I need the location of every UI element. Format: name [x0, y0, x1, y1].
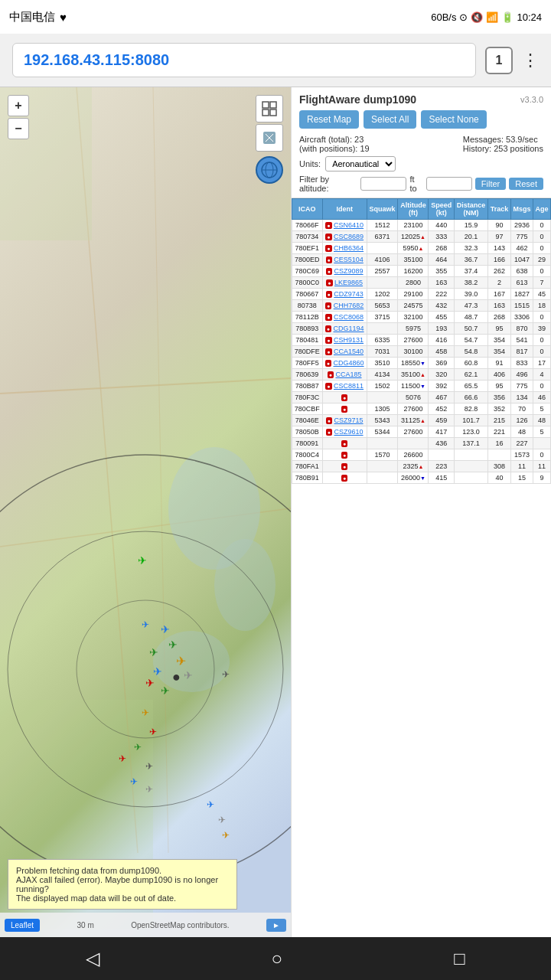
table-row[interactable]: 780F3C ● 5076 467 66.6 356 134 46: [292, 392, 551, 403]
leaflet-button[interactable]: Leaflet: [5, 919, 40, 932]
table-row[interactable]: 780734 ● CSC8689 6371 12025▲ 333 20.1 97…: [292, 231, 551, 243]
table-row[interactable]: 78046E ● CSZ9715 5343 31125▲ 459 101.7 2…: [292, 415, 551, 426]
reset-map-button[interactable]: Reset Map: [299, 110, 359, 129]
cell-track: 167: [488, 289, 511, 300]
cell-age: [533, 438, 551, 449]
zoom-in-button[interactable]: +: [8, 95, 29, 116]
aircraft-icon: ✈: [149, 727, 157, 737]
browser-menu-button[interactable]: ⋮: [522, 51, 539, 70]
cell-callsign[interactable]: ● CCA185: [322, 369, 367, 381]
aircraft-table-container[interactable]: ICAO Ident Squawk Altitude(ft) Speed(kt)…: [292, 198, 551, 937]
table-row[interactable]: 7800ED ● CES5104 4106 35100 464 36.7 166…: [292, 254, 551, 266]
cell-callsign[interactable]: ●: [322, 449, 367, 461]
cell-altitude: [398, 438, 429, 449]
table-row[interactable]: 780639 ● CCA185 4134 35100▲ 320 62.1 406…: [292, 369, 551, 381]
cell-callsign[interactable]: ● CSZ9610: [322, 426, 367, 438]
th-squawk[interactable]: Squawk: [367, 199, 398, 220]
cell-callsign[interactable]: ●: [322, 472, 367, 484]
table-row[interactable]: 780B91 ● 26000▼ 415 40 15 9: [292, 472, 551, 484]
cell-distance: 54.7: [454, 335, 487, 346]
cell-callsign[interactable]: ●: [322, 403, 367, 415]
cell-callsign[interactable]: ● CSZ9089: [322, 266, 367, 277]
table-row[interactable]: 80738 ● CHH7682 5653 24575 432 47.3 163 …: [292, 300, 551, 312]
table-row[interactable]: 780EF1 ● CHB6364 5950▲ 268 32.3 143 462 …: [292, 243, 551, 254]
table-row[interactable]: 780FA1 ● 2325▲ 223 308 11 11: [292, 461, 551, 472]
select-all-button[interactable]: Select All: [364, 110, 416, 129]
wifi-icon: ⊙: [459, 11, 468, 23]
cell-msgs: 775: [510, 231, 533, 243]
table-row[interactable]: 7800C4 ● 1570 26600 1573 0: [292, 449, 551, 461]
filter-reset-button[interactable]: Reset: [509, 178, 543, 190]
cell-callsign[interactable]: ● CSC8689: [322, 231, 367, 243]
cell-callsign[interactable]: ● CSZ9715: [322, 415, 367, 426]
cell-callsign[interactable]: ●: [322, 438, 367, 449]
globe-button[interactable]: [256, 156, 283, 184]
select-none-button[interactable]: Select None: [421, 110, 486, 129]
mute-icon: 🔇: [471, 11, 483, 23]
cell-callsign[interactable]: ● CDG1194: [322, 323, 367, 335]
cell-callsign[interactable]: ● CSC8811: [322, 381, 367, 392]
th-track[interactable]: Track: [488, 199, 511, 220]
cell-callsign[interactable]: ● CES5104: [322, 254, 367, 266]
map-grid-button[interactable]: [256, 95, 283, 122]
home-button[interactable]: ○: [271, 948, 282, 969]
cell-callsign[interactable]: ● CHB6364: [322, 243, 367, 254]
recent-apps-button[interactable]: □: [454, 948, 465, 969]
cell-age: 7: [533, 277, 551, 289]
cell-speed: 416: [429, 335, 454, 346]
units-select[interactable]: Aeronautical: [325, 156, 396, 172]
cell-altitude: 32100: [398, 312, 429, 323]
cell-callsign[interactable]: ● CSH9131: [322, 335, 367, 346]
zoom-out-button[interactable]: −: [8, 118, 29, 139]
table-row[interactable]: 780B87 ● CSC8811 1502 11500▼ 392 65.5 95…: [292, 381, 551, 392]
ip-text: 192.168.43.115: [24, 51, 130, 68]
th-icao[interactable]: ICAO: [292, 199, 323, 220]
back-button[interactable]: ◁: [86, 948, 99, 969]
cell-msgs: 462: [510, 243, 533, 254]
table-row[interactable]: 78066F ● CSN6410 1512 23100 440 15.9 90 …: [292, 220, 551, 231]
table-row[interactable]: 7800C0 ● LKE9865 2800 163 38.2 2 613 7: [292, 277, 551, 289]
heart-icon: ♥: [60, 11, 67, 24]
cell-squawk: 2557: [367, 266, 398, 277]
cell-callsign[interactable]: ● CSN6410: [322, 220, 367, 231]
cell-callsign[interactable]: ● CHH7682: [322, 300, 367, 312]
table-row[interactable]: 780481 ● CSH9131 6335 27600 416 54.7 354…: [292, 335, 551, 346]
cell-altitude: 30100: [398, 346, 429, 358]
cell-icao: 7800C4: [292, 449, 323, 461]
cell-callsign[interactable]: ●: [322, 392, 367, 403]
cell-track: 354: [488, 335, 511, 346]
table-row[interactable]: 780C69 ● CSZ9089 2557 16200 355 37.4 262…: [292, 266, 551, 277]
th-distance[interactable]: Distance(NM): [454, 199, 487, 220]
table-row[interactable]: 78050B ● CSZ9610 5344 27600 417 123.0 22…: [292, 426, 551, 438]
cell-callsign[interactable]: ●: [322, 461, 367, 472]
th-msgs[interactable]: Msgs: [510, 199, 533, 220]
th-speed[interactable]: Speed(kt): [429, 199, 454, 220]
cell-track: 354: [488, 346, 511, 358]
tab-count-button[interactable]: 1: [485, 47, 513, 74]
cell-speed: 464: [429, 254, 454, 266]
table-row[interactable]: 780DFE ● CCA1540 7031 30100 458 54.8 354…: [292, 346, 551, 358]
map-satellite-button[interactable]: [256, 124, 283, 152]
cell-callsign[interactable]: ● CSC8068: [322, 312, 367, 323]
cell-callsign[interactable]: ● LKE9865: [322, 277, 367, 289]
table-row[interactable]: 780667 ● CDZ9743 1202 29100 222 39.0 167…: [292, 289, 551, 300]
filter-max-input[interactable]: [426, 177, 472, 191]
table-row[interactable]: 780CBF ● 1305 27600 452 82.8 352 70 5: [292, 403, 551, 415]
cell-callsign[interactable]: ● CCA1540: [322, 346, 367, 358]
cell-callsign[interactable]: ● CDG4860: [322, 358, 367, 369]
filter-min-input[interactable]: [360, 177, 406, 191]
cell-track: 268: [488, 312, 511, 323]
filter-button[interactable]: Filter: [475, 178, 506, 190]
table-row[interactable]: 780893 ● CDG1194 5975 193 50.7 95 870 39: [292, 323, 551, 335]
table-row[interactable]: 780091 ● 436 137.1 16 227: [292, 438, 551, 449]
attribution-button[interactable]: ►: [266, 919, 286, 932]
table-row[interactable]: 780FF5 ● CDG4860 3510 18550▼ 369 60.8 91…: [292, 358, 551, 369]
svg-rect-14: [262, 109, 269, 116]
th-ident[interactable]: Ident: [322, 199, 367, 220]
table-row[interactable]: 78112B ● CSC8068 3715 32100 455 48.7 268…: [292, 312, 551, 323]
th-age[interactable]: Age: [533, 199, 551, 220]
url-input[interactable]: 192.168.43.115:8080: [12, 43, 476, 77]
th-altitude[interactable]: Altitude(ft): [398, 199, 429, 220]
cell-speed: 467: [429, 392, 454, 403]
cell-callsign[interactable]: ● CDZ9743: [322, 289, 367, 300]
